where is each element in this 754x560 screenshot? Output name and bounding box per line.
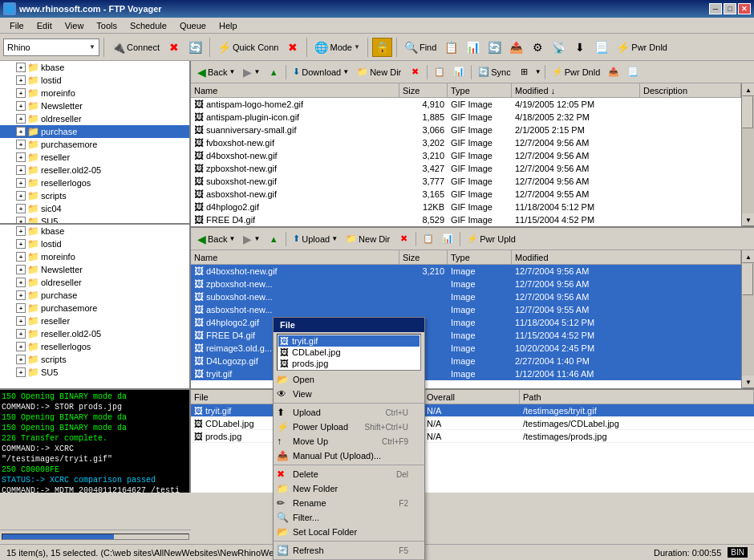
expand-icon[interactable]: + [16, 290, 26, 300]
local-tree-item-resellerlogos[interactable]: +📁resellerlogos [0, 340, 189, 353]
scroll-down-remote[interactable]: ▼ [742, 213, 754, 226]
table-row[interactable]: 🖼d4boxshot-new.gif 3,210 Image 12/7/2004… [191, 265, 741, 278]
remote-newdir-button[interactable]: 📁 New Dir [354, 63, 404, 81]
download-button[interactable]: ⬇ Download ▼ [290, 63, 352, 81]
remote-tree-item-oldreseller[interactable]: +📁oldreseller [0, 112, 189, 125]
expand-icon[interactable]: + [16, 165, 26, 175]
local-btn-a[interactable]: 📋 [420, 230, 437, 248]
expand-icon[interactable]: + [16, 342, 26, 351]
find-button[interactable]: 🔍 Find [401, 38, 440, 57]
expand-icon[interactable]: + [16, 226, 26, 236]
remote-tree-item-resellerlogos[interactable]: +📁resellerlogos [0, 177, 189, 189]
local-tree-item-newsletter[interactable]: +📁Newsletter [0, 263, 189, 276]
pwrdnld-button[interactable]: ⚡ Pwr Dnld [613, 38, 671, 57]
col-size-local[interactable]: Size [399, 250, 448, 264]
col-size-remote[interactable]: Size [399, 83, 448, 97]
local-scrollbar[interactable]: ▲ ▼ [741, 250, 754, 388]
tb-btn-5[interactable]: 📤 [506, 38, 526, 57]
col-name-remote[interactable]: Name [191, 83, 399, 97]
maximize-button[interactable]: □ [724, 3, 736, 14]
active-button[interactable]: 🔒 [372, 38, 392, 57]
table-row[interactable]: 🖼asboxshot-new.gif 3,165 GIF Image 12/7/… [191, 188, 741, 201]
ctx-file-cdlabel[interactable]: 🖼CDLabel.jpg [278, 347, 420, 358]
table-row[interactable]: 🖼antispam-logo-home2.gif 4,910 GIF Image… [191, 98, 741, 111]
quickconn-cancel[interactable]: ✖ [283, 38, 302, 57]
local-forward-button[interactable]: ▶ ▼ [240, 230, 263, 248]
ctx-file-list[interactable]: 🖼tryit.gif 🖼CDLabel.jpg 🖼prods.jpg [277, 334, 421, 371]
tb-btn-3[interactable]: 📊 [463, 38, 483, 57]
table-row[interactable]: 🖼FREE D4.gif 8,529 GIF Image 11/15/2004 … [191, 213, 741, 226]
ctx-rename[interactable]: ✏ Rename F2 [274, 496, 424, 510]
expand-icon[interactable]: + [16, 316, 26, 326]
expand-icon[interactable]: + [16, 252, 26, 262]
remote-tree-item-lostid[interactable]: +📁lostid [0, 74, 189, 87]
remote-tree-item-reseller[interactable]: +📁reseller [0, 151, 189, 164]
ctx-set-local-folder[interactable]: 📂 Set Local Folder [274, 525, 424, 539]
col-desc-remote[interactable]: Description [640, 83, 741, 97]
local-newdir-button[interactable]: 📁 New Dir [343, 230, 393, 248]
tb-btn-9[interactable]: 📃 [591, 38, 611, 57]
site-dropdown[interactable]: Rhino ▼ [3, 39, 99, 56]
local-tree-item-moreinfo[interactable]: +📁moreinfo [0, 250, 189, 263]
table-row[interactable]: 🖼fvboxshot-new.gif 3,202 GIF Image 12/7/… [191, 136, 741, 149]
reconnect-button[interactable]: 🔄 [185, 38, 205, 57]
table-row[interactable]: 🖼suboxshot-new.gif 3,777 GIF Image 12/7/… [191, 175, 741, 188]
tb-btn-6[interactable]: ⚙ [528, 38, 547, 57]
scroll-up-local[interactable]: ▲ [742, 250, 754, 263]
remote-tree[interactable]: +📁kbase+📁lostid+📁moreinfo+📁Newsletter+📁o… [0, 61, 189, 225]
scroll-track-remote[interactable] [742, 96, 754, 213]
ctx-move-up[interactable]: ↑ Move Up Ctrl+F9 [274, 434, 424, 448]
connect-button[interactable]: 🔌 Connect [108, 38, 163, 57]
close-button[interactable]: ✕ [738, 3, 751, 14]
remote-tree-item-sic04[interactable]: +📁sic04 [0, 202, 189, 215]
col-modified-remote[interactable]: Modified ↓ [512, 83, 640, 97]
mode-button[interactable]: 🌐 Mode ▼ [311, 38, 363, 57]
menu-tools[interactable]: Tools [90, 19, 124, 32]
table-row[interactable]: 🖼suboxshot-new... Image 12/7/2004 9:56 A… [191, 290, 741, 303]
remote-btn-b[interactable]: 📊 [450, 63, 468, 81]
remote-tree-item-moreinfo[interactable]: +📁moreinfo [0, 87, 189, 99]
ctx-upload[interactable]: ⬆ Upload Ctrl+U [274, 405, 424, 420]
local-tree-item-purchasemore[interactable]: +📁purchasemore [0, 302, 189, 314]
local-tree-item-purchase[interactable]: +📁purchase [0, 289, 189, 302]
quickconn-button[interactable]: ⚡ Quick Conn [214, 38, 282, 57]
table-row[interactable]: 🖼asboxshot-new... Image 12/7/2004 9:55 A… [191, 303, 741, 316]
expand-icon[interactable]: + [16, 329, 26, 339]
expand-icon[interactable]: + [16, 265, 26, 274]
menu-queue[interactable]: Queue [173, 19, 213, 32]
remote-extra1[interactable]: 📤 [605, 63, 622, 81]
ctx-filter[interactable]: 🔍 Filter... [274, 510, 424, 525]
scroll-track-local[interactable] [742, 263, 754, 375]
tb-btn-7[interactable]: 📡 [549, 38, 569, 57]
tb-btn-8[interactable]: ⬇ [570, 38, 590, 57]
local-tree-item-kbase[interactable]: +📁kbase [0, 225, 189, 237]
ctx-manual-put[interactable]: 📤 Manual Put (Upload)... [274, 448, 424, 463]
scroll-thumb-local[interactable] [742, 263, 753, 295]
remote-tree-item-su5[interactable]: +📁SU5 [0, 215, 189, 225]
tb-btn-4[interactable]: 🔄 [484, 38, 505, 57]
expand-icon[interactable]: + [16, 178, 26, 188]
ctx-refresh[interactable]: 🔄 Refresh F5 [274, 543, 424, 558]
view-dropdown[interactable]: ▼ [535, 68, 541, 75]
local-btn-b[interactable]: 📊 [439, 230, 456, 248]
local-up-button[interactable]: ▲ [265, 230, 282, 248]
expand-icon[interactable]: + [16, 75, 26, 85]
window-controls[interactable]: ─ □ ✕ [709, 3, 751, 14]
local-tree-item-scripts[interactable]: +📁scripts [0, 353, 189, 366]
remote-up-button[interactable]: ▲ [265, 63, 282, 81]
pwrupld-button[interactable]: ⚡ Pwr Upld [464, 230, 519, 248]
col-name-local[interactable]: Name [191, 250, 399, 264]
expand-icon[interactable]: + [16, 114, 26, 124]
expand-icon[interactable]: + [16, 217, 26, 225]
ctx-power-upload[interactable]: ⚡ Power Upload Shift+Ctrl+U [274, 420, 424, 434]
remote-tree-item-purchasemore[interactable]: +📁purchasemore [0, 138, 189, 151]
local-tree-item-oldreseller[interactable]: +📁oldreseller [0, 276, 189, 289]
trans-col-path[interactable]: Path [520, 390, 754, 404]
table-row[interactable]: 🖼zpboxshot-new... Image 12/7/2004 9:56 A… [191, 278, 741, 290]
remote-back-button[interactable]: ◀ Back ▼ [194, 63, 238, 81]
ctx-delete[interactable]: ✖ Delete Del [274, 467, 424, 481]
local-back-button[interactable]: ◀ Back ▼ [194, 230, 238, 248]
remote-tree-item-purchase[interactable]: +📁purchase [0, 125, 189, 138]
minimize-button[interactable]: ─ [709, 3, 722, 14]
expand-icon[interactable]: + [16, 239, 26, 249]
